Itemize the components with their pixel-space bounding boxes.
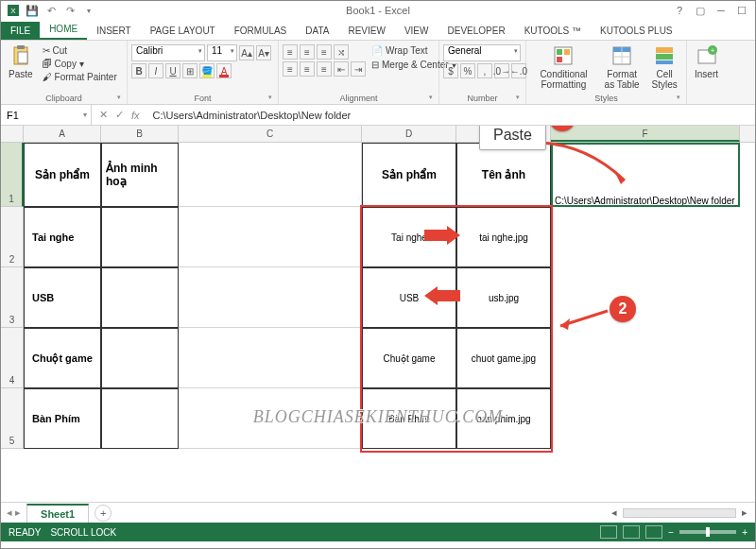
cell-A2[interactable]: Tai nghe bbox=[24, 207, 101, 267]
cell-B3[interactable] bbox=[101, 267, 179, 328]
sheet-nav[interactable]: ◂ ▸ bbox=[1, 506, 26, 519]
col-B[interactable]: B bbox=[101, 126, 179, 142]
cell-E3[interactable]: usb.jpg bbox=[456, 267, 551, 328]
tab-view[interactable]: VIEW bbox=[395, 22, 438, 40]
spreadsheet-grid[interactable]: A B C D E F 1 2 3 4 5 Sản phẩm Ảnh minh … bbox=[1, 126, 755, 502]
cell-C4[interactable] bbox=[179, 328, 362, 388]
cancel-icon[interactable]: ✕ bbox=[99, 109, 108, 121]
bold-button[interactable]: B bbox=[131, 63, 146, 78]
cell-D4[interactable]: Chuột game bbox=[362, 328, 456, 388]
help-icon[interactable]: ? bbox=[670, 3, 689, 18]
decrease-font-icon[interactable]: A▾ bbox=[256, 45, 271, 60]
number-format-select[interactable]: General bbox=[443, 44, 521, 61]
col-D[interactable]: D bbox=[362, 126, 456, 142]
row-1[interactable]: 1 bbox=[1, 143, 24, 207]
cell-B5[interactable] bbox=[101, 388, 179, 449]
cell-styles-button[interactable]: Cell Styles bbox=[646, 43, 682, 92]
add-sheet-button[interactable]: + bbox=[94, 505, 112, 522]
cell-B4[interactable] bbox=[101, 328, 179, 388]
cell-D5[interactable]: Bàn Phím bbox=[362, 388, 456, 449]
paste-button[interactable]: Paste bbox=[5, 43, 37, 81]
format-table-button[interactable]: Format as Table bbox=[597, 43, 647, 92]
underline-button[interactable]: U bbox=[165, 63, 180, 78]
tab-review[interactable]: REVIEW bbox=[338, 22, 394, 40]
border-button[interactable]: ⊞ bbox=[182, 63, 198, 78]
cond-format-button[interactable]: Conditional Formatting bbox=[530, 43, 597, 92]
cell-A5[interactable]: Bàn Phím bbox=[24, 388, 101, 449]
align-right-icon[interactable]: ≡ bbox=[317, 61, 332, 77]
tab-insert[interactable]: INSERT bbox=[87, 22, 141, 40]
align-mid-icon[interactable]: ≡ bbox=[300, 44, 315, 60]
dec-decimal-icon[interactable]: ←.0 bbox=[511, 63, 526, 78]
font-size-select[interactable]: 11 bbox=[207, 44, 237, 61]
tab-developer[interactable]: DEVELOPER bbox=[438, 22, 514, 40]
view-normal-icon[interactable] bbox=[600, 525, 617, 539]
select-all-corner[interactable] bbox=[1, 126, 24, 142]
font-name-select[interactable]: Calibri bbox=[131, 44, 205, 61]
font-color-button[interactable]: A bbox=[216, 63, 232, 78]
cell-C2[interactable] bbox=[179, 207, 362, 267]
tab-pagelayout[interactable]: PAGE LAYOUT bbox=[141, 22, 225, 40]
cell-A3[interactable]: USB bbox=[24, 267, 101, 328]
align-center-icon[interactable]: ≡ bbox=[300, 61, 315, 77]
cell-C1[interactable] bbox=[179, 143, 362, 207]
name-box[interactable]: F1 bbox=[1, 105, 92, 125]
cell-C3[interactable] bbox=[179, 267, 362, 328]
fx-icon[interactable]: fx bbox=[131, 110, 140, 121]
enter-icon[interactable]: ✓ bbox=[115, 109, 124, 121]
cell-B2[interactable] bbox=[101, 207, 179, 267]
hscrollbar[interactable] bbox=[623, 508, 736, 518]
align-top-icon[interactable]: ≡ bbox=[283, 44, 298, 60]
fill-color-button[interactable]: 🪣 bbox=[199, 63, 215, 78]
format-painter-button[interactable]: 🖌 Format Painter bbox=[41, 71, 119, 83]
row-3[interactable]: 3 bbox=[1, 267, 24, 328]
tab-file[interactable]: FILE bbox=[1, 22, 40, 40]
formula-input[interactable]: C:\Users\Administrator\Desktop\New folde… bbox=[147, 110, 755, 121]
tab-formulas[interactable]: FORMULAS bbox=[225, 22, 297, 40]
redo-icon[interactable]: ↷ bbox=[63, 4, 77, 17]
tab-kutools[interactable]: KUTOOLS ™ bbox=[515, 22, 591, 40]
zoom-out-icon[interactable]: − bbox=[668, 527, 674, 538]
cut-button[interactable]: ✂ Cut bbox=[41, 44, 119, 57]
inc-decimal-icon[interactable]: .0→ bbox=[494, 63, 509, 78]
increase-font-icon[interactable]: A▴ bbox=[239, 45, 254, 60]
indent-dec-icon[interactable]: ⇤ bbox=[334, 61, 349, 77]
row-4[interactable]: 4 bbox=[1, 328, 24, 388]
orientation-icon[interactable]: ⤭ bbox=[334, 44, 349, 60]
col-C[interactable]: C bbox=[179, 126, 362, 142]
sheet-tab-1[interactable]: Sheet1 bbox=[26, 504, 89, 523]
col-A[interactable]: A bbox=[24, 126, 101, 142]
view-layout-icon[interactable] bbox=[623, 525, 640, 539]
cell-A4[interactable]: Chuột game bbox=[24, 328, 101, 388]
hscroll-left-icon[interactable]: ◂ bbox=[611, 506, 617, 519]
qat-more-icon[interactable]: ▾ bbox=[82, 4, 95, 17]
row-2[interactable]: 2 bbox=[1, 207, 24, 267]
cell-E4[interactable]: chuot game.jpg bbox=[456, 328, 551, 388]
accounting-icon[interactable]: $ bbox=[443, 63, 458, 78]
cell-E5[interactable]: ban phim.jpg bbox=[456, 388, 551, 449]
cell-C5[interactable] bbox=[179, 388, 362, 449]
window-icon[interactable]: ☐ bbox=[732, 3, 751, 18]
percent-icon[interactable]: % bbox=[460, 63, 475, 78]
italic-button[interactable]: I bbox=[148, 63, 163, 78]
ribbon-opts-icon[interactable]: ▢ bbox=[691, 3, 710, 18]
row-5[interactable]: 5 bbox=[1, 388, 24, 449]
insert-cells-button[interactable]: + Insert bbox=[691, 43, 722, 81]
tab-home[interactable]: HOME bbox=[40, 20, 87, 40]
undo-icon[interactable]: ↶ bbox=[44, 4, 58, 17]
hscroll-right-icon[interactable]: ▸ bbox=[742, 506, 747, 519]
align-bot-icon[interactable]: ≡ bbox=[317, 44, 332, 60]
cell-B1[interactable]: Ảnh minh hoạ bbox=[101, 143, 179, 207]
zoom-slider[interactable] bbox=[679, 530, 736, 534]
tab-data[interactable]: DATA bbox=[296, 22, 338, 40]
cell-D1[interactable]: Sản phẩm bbox=[362, 143, 456, 207]
cell-A1[interactable]: Sản phẩm bbox=[24, 143, 101, 207]
copy-button[interactable]: 🗐 Copy ▾ bbox=[41, 58, 119, 70]
cell-E2[interactable]: tai nghe.jpg bbox=[456, 207, 551, 267]
view-break-icon[interactable] bbox=[645, 525, 662, 539]
indent-inc-icon[interactable]: ⇥ bbox=[351, 61, 366, 77]
comma-icon[interactable]: , bbox=[477, 63, 492, 78]
save-icon[interactable]: 💾 bbox=[26, 4, 39, 17]
align-left-icon[interactable]: ≡ bbox=[283, 61, 298, 77]
tab-kutoolsplus[interactable]: KUTOOLS PLUS bbox=[591, 22, 682, 40]
